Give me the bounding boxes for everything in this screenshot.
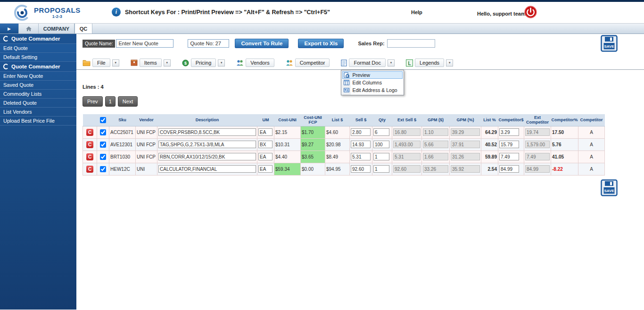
sidebar-item-upload-best-price-file[interactable]: Upload Best Price File <box>0 117 76 126</box>
sidebar-item-saved-quote[interactable]: Saved Quote <box>0 81 76 90</box>
competitor-dollar-input[interactable] <box>499 165 519 173</box>
sidebar-item-commodity-lists[interactable]: Commodity Lists <box>0 90 76 99</box>
competitor-dollar-input[interactable] <box>499 153 519 160</box>
qty-input[interactable] <box>373 165 389 173</box>
sidebar-item-edit-quote[interactable]: Edit Quote <box>0 44 76 53</box>
menu-file-label[interactable]: File <box>92 59 110 67</box>
um-input[interactable] <box>258 153 272 160</box>
competitor-dollar-input[interactable] <box>499 128 519 136</box>
dropdown-item-preview[interactable]: Preview <box>342 71 403 79</box>
gpm-dollar-input <box>423 128 448 136</box>
menu-vendors-label[interactable]: Vendors <box>246 59 274 67</box>
sidebar-item-deleted-quote[interactable]: Deleted Quote <box>0 99 76 108</box>
description-input[interactable] <box>158 128 256 136</box>
header-um[interactable]: UM <box>257 114 274 126</box>
save-button-bottom[interactable]: SAVE <box>601 179 618 198</box>
logout-power-button[interactable] <box>524 6 537 20</box>
save-icon: SAVE <box>601 35 618 52</box>
header-sell[interactable]: Sell $ <box>350 114 372 126</box>
c-badge[interactable]: C <box>86 141 93 148</box>
qty-input[interactable] <box>373 128 389 136</box>
sidebar-item-default-setting[interactable]: Default Setting <box>0 53 76 62</box>
prev-page-button[interactable]: Prev <box>83 96 103 107</box>
c-badge[interactable]: C <box>86 129 93 136</box>
um-input[interactable] <box>258 141 272 148</box>
help-link[interactable]: Help <box>411 9 422 15</box>
menu-competitor-label[interactable]: Competitor <box>295 59 330 67</box>
header-list[interactable]: List $ <box>325 114 350 126</box>
competitor-dollar-input[interactable] <box>499 141 519 148</box>
page-1-button[interactable]: 1 <box>105 96 116 107</box>
sell-input[interactable] <box>351 128 371 136</box>
list-cell: $20.98 <box>325 138 350 151</box>
ext-sell-input <box>393 128 421 136</box>
description-input[interactable] <box>158 141 256 148</box>
legends-dropdown-arrow-icon[interactable] <box>446 59 453 67</box>
header-list-pct[interactable]: List % <box>481 114 498 126</box>
row-checkbox[interactable] <box>100 166 106 172</box>
menu-competitor: Competitor <box>286 59 330 67</box>
quote-number-input[interactable] <box>188 39 229 48</box>
um-input[interactable] <box>258 128 272 136</box>
pricing-dropdown-arrow-icon[interactable] <box>218 59 225 67</box>
format-doc-dropdown-arrow-icon[interactable] <box>388 59 395 67</box>
header-ext-sell[interactable]: Ext Sell $ <box>392 114 422 126</box>
menu-legends-label[interactable]: Legends <box>415 59 444 67</box>
list-cell: $94.95 <box>325 163 350 175</box>
qty-input[interactable] <box>373 153 389 160</box>
description-input[interactable] <box>158 153 256 160</box>
header-competitor-pct[interactable]: Competitor% <box>551 114 578 126</box>
menu-vendors: Vendors <box>236 59 274 67</box>
header-gpm-dollar[interactable]: GPM ($) <box>422 114 450 126</box>
sell-input[interactable] <box>351 165 371 173</box>
header-description[interactable]: Description <box>157 114 257 126</box>
convert-to-rule-button[interactable]: Convert To Rule <box>235 39 289 48</box>
next-page-button[interactable]: Next <box>118 96 138 107</box>
items-dropdown-arrow-icon[interactable] <box>164 59 171 67</box>
file-dropdown-arrow-icon[interactable] <box>112 59 119 67</box>
header-vendor[interactable]: Vendor <box>136 114 157 126</box>
dropdown-item-edit-address-logo[interactable]: Edit Address & Logo <box>342 86 403 94</box>
row-checkbox[interactable] <box>100 154 106 160</box>
save-button-top[interactable]: SAVE <box>601 35 618 54</box>
quote-name-input[interactable] <box>116 39 173 48</box>
edit-columns-icon <box>344 80 349 85</box>
sidebar-section-title: Quote Commander <box>11 36 60 42</box>
vendor-cell: UNI FCP <box>136 138 157 151</box>
sidebar-toggle-tab[interactable] <box>0 24 19 34</box>
dropdown-item-edit-columns[interactable]: Edit Columns <box>342 79 403 86</box>
header-cost-uni-fcp[interactable]: Cost-UNI FCP <box>301 114 325 126</box>
tab-qc[interactable]: QC <box>74 24 92 34</box>
qty-input[interactable] <box>373 141 389 148</box>
row-checkbox[interactable] <box>100 142 106 148</box>
header-sku[interactable]: Sku <box>109 114 136 126</box>
tab-home[interactable] <box>19 24 39 34</box>
um-input[interactable] <box>258 165 272 173</box>
sales-rep-input[interactable] <box>387 39 435 48</box>
sell-input[interactable] <box>351 153 371 160</box>
c-badge[interactable]: C <box>86 153 93 160</box>
ext-sell-input <box>393 141 421 148</box>
user-greeting: Hello, support team <box>477 11 526 17</box>
top-bar: PROPOSALS 1-2-3 Shortcut Keys For : Prin… <box>0 2 644 24</box>
select-all-checkbox[interactable] <box>100 117 106 123</box>
header-competitor-dollar[interactable]: Competitor$ <box>498 114 524 126</box>
header-competitor[interactable]: Competitor <box>578 114 605 126</box>
header-qty[interactable]: Qty <box>372 114 392 126</box>
sidebar-section-header-quote-commander-2[interactable]: Quote Commander <box>0 62 76 72</box>
menu-format-doc-label[interactable]: Format Doc <box>349 59 385 67</box>
row-checkbox[interactable] <box>100 129 106 135</box>
menu-pricing-label[interactable]: Pricing <box>191 59 216 67</box>
sidebar-item-enter-new-quote[interactable]: Enter New Quote <box>0 72 76 81</box>
sidebar-section-header-quote-commander-1[interactable]: Quote Commander <box>0 34 76 44</box>
tab-company[interactable]: COMPANY <box>39 24 74 34</box>
header-cost-uni[interactable]: Cost-UNI <box>274 114 301 126</box>
header-ext-competitor[interactable]: Ext Competitor <box>524 114 551 126</box>
export-to-xls-button[interactable]: Export to Xls <box>298 39 344 48</box>
sell-input[interactable] <box>351 141 371 148</box>
c-badge[interactable]: C <box>86 166 93 173</box>
description-input[interactable] <box>158 165 256 173</box>
sidebar-item-list-vendors[interactable]: List Vendors <box>0 108 76 117</box>
menu-items-label[interactable]: Items <box>140 59 162 67</box>
header-gpm-pct[interactable]: GPM (%) <box>450 114 481 126</box>
